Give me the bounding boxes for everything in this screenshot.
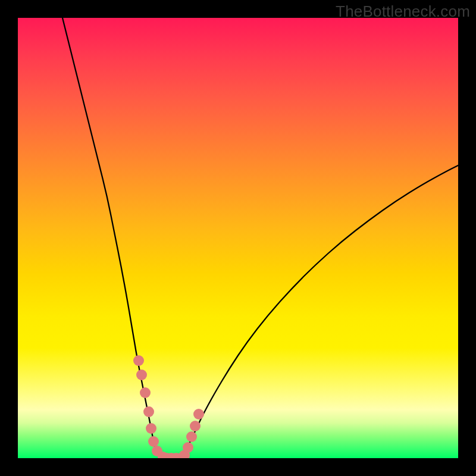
valley-dot bbox=[190, 421, 201, 431]
valley-dot bbox=[146, 423, 156, 434]
valley-dot bbox=[183, 442, 193, 453]
valley-dot bbox=[148, 436, 159, 447]
right-curve-line bbox=[178, 165, 458, 458]
plot-area bbox=[18, 18, 458, 458]
root-frame: TheBottleneck.com bbox=[0, 0, 476, 476]
valley-dot bbox=[193, 409, 204, 419]
valley-dot bbox=[186, 431, 197, 442]
curve-layer bbox=[18, 18, 458, 458]
watermark-label: TheBottleneck.com bbox=[336, 2, 470, 21]
valley-dot bbox=[133, 355, 144, 366]
valley-dot bbox=[136, 369, 147, 380]
valley-trace-dots bbox=[133, 355, 204, 458]
valley-dot bbox=[140, 387, 151, 398]
valley-dot bbox=[143, 406, 154, 417]
